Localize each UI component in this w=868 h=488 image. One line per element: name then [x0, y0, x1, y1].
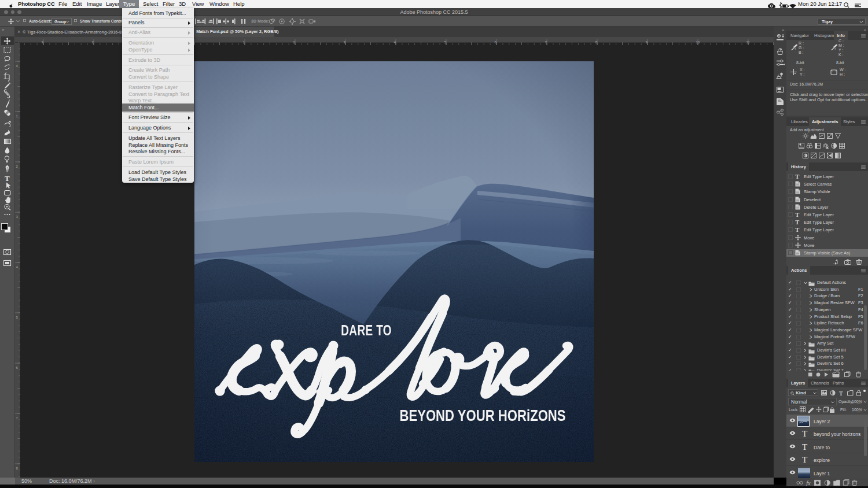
svg-text:6: 6 [16, 366, 19, 369]
svg-text:11: 11 [746, 40, 751, 44]
svg-text:T: T [839, 390, 843, 397]
svg-text:3: 3 [16, 215, 19, 219]
svg-text:T: T [802, 442, 807, 451]
svg-text:1: 1 [16, 114, 19, 118]
svg-text:T: T [802, 455, 807, 464]
svg-text:4: 4 [16, 265, 19, 269]
svg-text:T: T [802, 429, 807, 438]
svg-text:T: T [795, 173, 799, 179]
svg-text:fx: fx [806, 480, 811, 486]
svg-text:7: 7 [16, 416, 19, 420]
svg-text:10: 10 [696, 40, 700, 44]
svg-text:2: 2 [16, 165, 19, 168]
svg-text:T: T [795, 212, 799, 217]
svg-text:5: 5 [16, 316, 19, 319]
svg-text:8: 8 [16, 467, 19, 470]
svg-text:T: T [795, 227, 799, 232]
svg-text:0: 0 [16, 64, 19, 68]
svg-text:T: T [795, 219, 799, 225]
svg-text:T: T [5, 174, 10, 183]
